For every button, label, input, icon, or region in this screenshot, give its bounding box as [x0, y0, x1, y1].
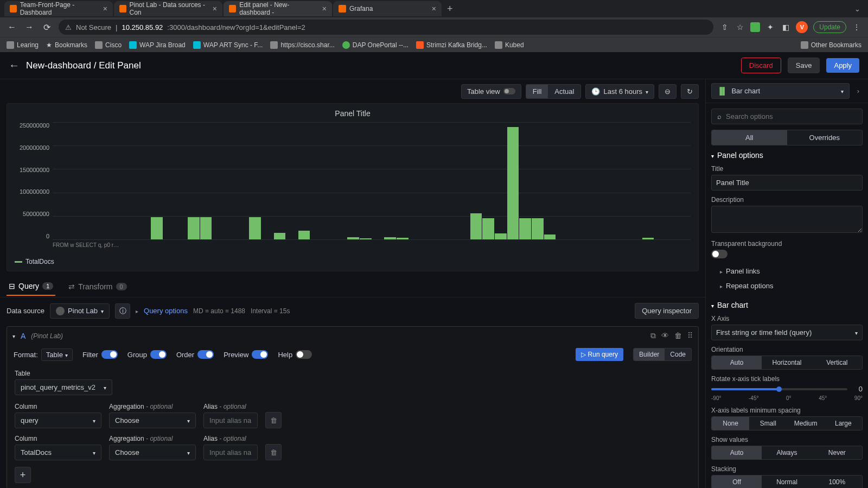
chart[interactable]: 250000000 200000000 150000000 100000000 …: [15, 122, 691, 256]
bookmark-item[interactable]: Kubed: [495, 41, 524, 49]
bookmark-item[interactable]: WAP ART Sync - F...: [193, 41, 263, 49]
tab-transform[interactable]: ⇄ Transform 0: [66, 278, 129, 295]
search-input[interactable]: [726, 112, 857, 121]
reload-button[interactable]: ⟳: [41, 22, 52, 33]
info-icon: ⓘ: [119, 306, 126, 316]
delete-column-button[interactable]: 🗑: [265, 444, 282, 460]
datasource-picker[interactable]: Pinot Lab: [50, 303, 110, 319]
help-toggle[interactable]: [296, 350, 312, 359]
close-icon[interactable]: ×: [213, 4, 217, 13]
eye-icon[interactable]: 👁: [661, 331, 669, 340]
bookmark-item[interactable]: Strimzi Kafka Bridg...: [416, 41, 487, 49]
back-arrow-icon[interactable]: ←: [9, 59, 20, 72]
alias-input[interactable]: [203, 445, 258, 460]
bookmark-item[interactable]: WAP Jira Broad: [129, 41, 186, 49]
preview-toggle[interactable]: [252, 350, 268, 359]
repeat-options-section[interactable]: Repeat options: [711, 278, 863, 293]
legend-item[interactable]: TotalDocs: [15, 258, 691, 265]
browser-tab[interactable]: Edit panel - New-dashboard -×: [224, 1, 332, 16]
share-icon[interactable]: ⇧: [720, 22, 730, 32]
options-search[interactable]: ⌕: [711, 109, 863, 124]
bookmark-item[interactable]: ★Bookmarks: [46, 41, 87, 49]
orientation-radio[interactable]: AutoHorizontalVertical: [711, 356, 863, 370]
close-icon[interactable]: ×: [103, 4, 107, 13]
forward-button[interactable]: →: [24, 22, 35, 32]
run-query-button[interactable]: ▷Run query: [576, 348, 623, 361]
aggregation-select[interactable]: Choose: [109, 413, 196, 428]
bookmark-item[interactable]: https://cisco.shar...: [270, 41, 334, 49]
rotate-slider[interactable]: [711, 388, 847, 390]
menu-icon[interactable]: ⋮: [852, 22, 861, 32]
transparent-toggle[interactable]: [711, 250, 727, 258]
options-tab-switch[interactable]: All Overrides: [711, 130, 863, 145]
filter-toggle[interactable]: [101, 350, 118, 359]
chevron-right-icon[interactable]: [136, 307, 138, 315]
puzzle-icon[interactable]: ✦: [765, 22, 775, 32]
title-input[interactable]: [711, 175, 863, 191]
tabs-overflow-icon[interactable]: ⌄: [851, 5, 864, 13]
bookmark-bar: Learing ★Bookmarks Cisco WAP Jira Broad …: [0, 37, 868, 52]
query-ref-id[interactable]: A: [21, 332, 25, 340]
back-button[interactable]: ←: [7, 22, 17, 32]
refresh-button[interactable]: ↻: [681, 84, 699, 99]
browser-tab[interactable]: Team-Front-Page - Dashboard×: [4, 1, 113, 16]
visualization-picker[interactable]: ▐▌ Bar chart: [711, 83, 850, 99]
update-button[interactable]: Update: [813, 21, 846, 33]
column-select[interactable]: TotalDocs: [15, 445, 101, 460]
table-select[interactable]: pinot_query_metrics_v2: [15, 379, 112, 395]
group-toggle[interactable]: [150, 350, 167, 359]
query-options-toggle[interactable]: Query options: [144, 307, 188, 315]
duplicate-icon[interactable]: ⧉: [650, 331, 656, 340]
browser-tab[interactable]: Grafana×: [333, 1, 442, 16]
apply-button[interactable]: Apply: [826, 58, 859, 73]
close-icon[interactable]: ×: [322, 4, 327, 13]
tab-query[interactable]: ⊟ Query 1: [7, 277, 55, 296]
zoom-out-button[interactable]: ⊖: [659, 84, 676, 99]
other-bookmarks[interactable]: Other Bookmarks: [801, 41, 861, 49]
collapse-icon[interactable]: [12, 332, 15, 340]
xaxis-select[interactable]: First string or time field (query): [711, 325, 863, 340]
show-values-radio[interactable]: AutoAlwaysNever: [711, 446, 863, 460]
query-inspector-button[interactable]: Query inspector: [635, 303, 699, 319]
chevron-right-icon[interactable]: ›: [854, 87, 863, 95]
options-sidebar: ▐▌ Bar chart › ⌕ All Overrides Panel opt…: [705, 79, 868, 488]
save-button[interactable]: Save: [788, 58, 820, 73]
breadcrumb: New-dashboard / Edit Panel: [26, 60, 141, 71]
discard-button[interactable]: Discard: [741, 58, 781, 73]
aggregation-select[interactable]: Choose: [109, 445, 196, 460]
column-select[interactable]: query: [15, 413, 101, 428]
trash-icon: 🗑: [270, 416, 277, 424]
bookmark-item[interactable]: Cisco: [95, 41, 122, 49]
avatar[interactable]: V: [796, 21, 808, 33]
add-column-button[interactable]: +: [15, 467, 31, 483]
bookmark-item[interactable]: DAP OnePortal --...: [342, 41, 409, 49]
stacking-radio[interactable]: OffNormal100%: [711, 475, 863, 488]
close-icon[interactable]: ×: [432, 4, 436, 13]
bookmark-item[interactable]: Learing: [7, 41, 39, 49]
description-input[interactable]: [711, 206, 863, 233]
new-tab-button[interactable]: +: [443, 1, 457, 17]
time-range-picker[interactable]: 🕒Last 6 hours: [585, 84, 654, 99]
section-bar-chart[interactable]: Bar chart: [711, 301, 863, 309]
alias-input[interactable]: [203, 413, 258, 428]
fill-actual-toggle[interactable]: FillActual: [526, 84, 582, 99]
trash-icon[interactable]: 🗑: [674, 331, 682, 340]
url-bar[interactable]: ⚠ Not Secure | 10.250.85.92:3000/dashboa…: [59, 20, 713, 35]
browser-tab[interactable]: Pinot Lab - Data sources - Con×: [114, 1, 222, 16]
delete-column-button[interactable]: 🗑: [265, 412, 282, 428]
builder-code-toggle[interactable]: BuilderCode: [633, 348, 692, 361]
spacing-radio[interactable]: NoneSmallMediumLarge: [711, 416, 863, 430]
insecure-icon: ⚠: [65, 23, 72, 31]
drag-icon[interactable]: ⠿: [687, 331, 693, 340]
bookmark-icon[interactable]: ◧: [781, 22, 790, 32]
table-view-toggle[interactable]: Table view: [461, 84, 521, 99]
star-icon[interactable]: ☆: [735, 22, 745, 32]
play-icon: ▷: [581, 351, 586, 358]
panel-links-section[interactable]: Panel links: [711, 264, 863, 278]
search-icon: ⌕: [717, 112, 722, 121]
datasource-help-button[interactable]: ⓘ: [115, 303, 130, 319]
format-select[interactable]: Table: [41, 348, 73, 361]
order-toggle[interactable]: [197, 350, 214, 359]
section-panel-options[interactable]: Panel options: [711, 151, 863, 160]
extension-icon[interactable]: [750, 22, 760, 32]
